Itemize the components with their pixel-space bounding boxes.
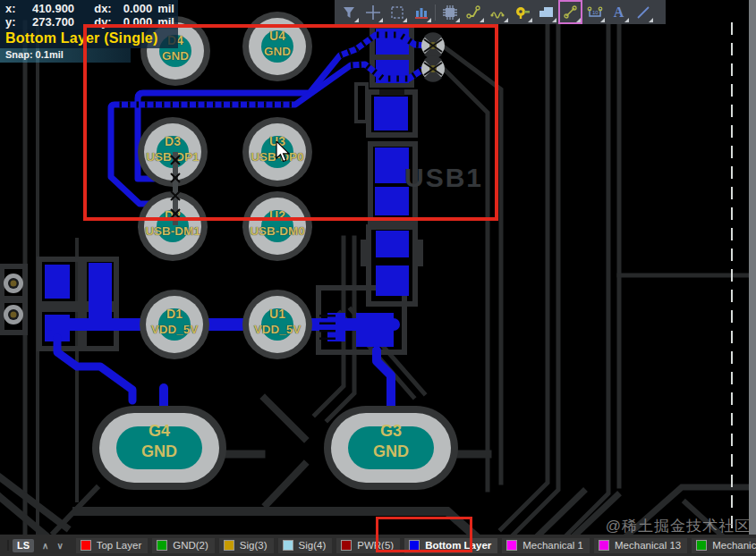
layer-tab-label: PWR(5) bbox=[357, 540, 394, 551]
pad-net: VDD_5V bbox=[151, 323, 199, 336]
selection-box-icon bbox=[390, 5, 404, 20]
pad-G3[interactable]: G3 GND bbox=[331, 413, 451, 483]
hud-dy-label: dy: bbox=[80, 15, 112, 29]
toolbar-separator bbox=[435, 4, 436, 21]
pad-net: USB-DP1 bbox=[146, 150, 199, 164]
layer-tab-bottom-layer[interactable]: Bottom Layer bbox=[404, 538, 497, 553]
pad-U1[interactable]: U1 VDD_5V bbox=[249, 296, 306, 353]
layer-color-swatch bbox=[157, 540, 167, 551]
copper-pour-tool-button[interactable] bbox=[534, 0, 558, 24]
route-icon bbox=[466, 4, 481, 20]
ls-label[interactable]: LS bbox=[13, 539, 34, 552]
layer-color-swatch bbox=[409, 540, 420, 551]
route-tool-button[interactable] bbox=[462, 0, 486, 24]
layer-color-swatch bbox=[283, 540, 293, 551]
hud-x-value: 410.900 bbox=[23, 2, 74, 15]
layer-tab-gnd2[interactable]: GND(2) bbox=[152, 538, 215, 553]
pad-ref: D1 bbox=[166, 307, 183, 321]
layer-tab-label: GND(2) bbox=[173, 540, 208, 551]
layer-tab-sig3[interactable]: Sig(3) bbox=[219, 538, 274, 553]
pad-net: VDD_5V bbox=[254, 323, 302, 336]
mouse-cursor bbox=[276, 141, 295, 164]
layer-color-swatch bbox=[81, 540, 91, 551]
layer-tab-label: Mechanical 1 bbox=[522, 540, 583, 551]
heads-up-display: x: 410.900 dx: 0.000 mil y: 273.700 dy: … bbox=[0, 0, 178, 63]
copper-pour-icon bbox=[539, 5, 554, 19]
pad-ref: U4 bbox=[269, 29, 285, 43]
via-tool-button[interactable] bbox=[510, 0, 534, 24]
pad-net: GND bbox=[373, 442, 409, 461]
layer-tab-mechanical-1[interactable]: Mechanical 1 bbox=[502, 538, 590, 553]
chip-icon bbox=[443, 5, 457, 20]
ls-layer-swatch[interactable] bbox=[7, 540, 9, 551]
layer-tab-mechanical-15[interactable]: Mechanical 15 bbox=[692, 538, 756, 553]
pad-U4[interactable]: U4 GND bbox=[249, 18, 306, 75]
filter-icon bbox=[342, 5, 356, 20]
layer-color-swatch bbox=[506, 540, 517, 551]
svg-text:10: 10 bbox=[592, 10, 599, 15]
length-tuning-tool-button[interactable]: 10 bbox=[582, 0, 607, 24]
hud-dx-unit: mil bbox=[157, 2, 174, 15]
pad-ref: D2 bbox=[165, 208, 181, 223]
layer-tab-label: Sig(4) bbox=[299, 540, 327, 551]
layer-tab-bar: LS ∧ ∨ Top Layer GND(2) Sig(3) Sig(4) PW… bbox=[0, 535, 756, 556]
differential-pair-tool-button[interactable] bbox=[486, 0, 510, 24]
layer-color-swatch bbox=[341, 540, 352, 551]
layer-down-chevron-icon[interactable]: ∨ bbox=[56, 541, 63, 551]
component-tool-button[interactable] bbox=[409, 0, 433, 24]
pad-net: GND bbox=[264, 45, 291, 58]
watermark: @稀土掘金技术社区 bbox=[606, 516, 751, 536]
line-tool-button[interactable] bbox=[631, 0, 655, 24]
chip-tool-button[interactable] bbox=[437, 0, 462, 24]
silkscreen-text: USB1 bbox=[404, 163, 483, 193]
text-icon: A bbox=[614, 4, 624, 21]
differential-pair-icon bbox=[490, 5, 506, 20]
layer-up-chevron-icon[interactable]: ∧ bbox=[42, 541, 48, 551]
crosshair-icon bbox=[365, 4, 381, 21]
hud-dy-value: 0.000 bbox=[114, 15, 153, 29]
pad-D2[interactable]: D2 USB-DM1 bbox=[144, 198, 201, 255]
hud-snap-setting: Snap: 0.1mil bbox=[0, 48, 131, 63]
via-left-1[interactable] bbox=[4, 274, 23, 293]
layer-tab-top-layer[interactable]: Top Layer bbox=[76, 538, 149, 553]
measure-tool-button[interactable] bbox=[558, 0, 582, 24]
hud-y-row: y: 273.700 dy: 0.000 mil bbox=[5, 15, 174, 29]
hud-y-label: y: bbox=[5, 15, 23, 29]
filter-tool-button[interactable] bbox=[336, 0, 361, 24]
pad-ref: D3 bbox=[165, 134, 181, 148]
layer-tab-label: Sig(3) bbox=[240, 540, 268, 551]
measure-icon bbox=[563, 4, 578, 20]
pad-ref: G3 bbox=[380, 422, 402, 441]
via-top-2[interactable] bbox=[421, 55, 445, 81]
layer-tab-label: Mechanical 15 bbox=[712, 540, 756, 551]
pad-net: USB-DM0 bbox=[250, 224, 305, 238]
pad-G4[interactable]: G4 GND bbox=[99, 413, 219, 483]
pcb-editor-window: USB1 D4 GND U4 GND D3 USB-DP1 U3 USB-DP0… bbox=[0, 0, 756, 556]
layer-tab-label: Top Layer bbox=[97, 540, 142, 551]
pad-net: GND bbox=[141, 442, 177, 461]
layer-color-swatch bbox=[224, 540, 234, 551]
hud-dx-label: dx: bbox=[80, 2, 112, 15]
via-left-2[interactable] bbox=[4, 305, 23, 324]
line-icon bbox=[636, 5, 650, 20]
layer-tab-label: Bottom Layer bbox=[425, 540, 491, 551]
cursor-cross-button[interactable] bbox=[361, 0, 385, 24]
layer-color-swatch bbox=[599, 540, 609, 551]
layer-tab-pwr5[interactable]: PWR(5) bbox=[336, 538, 400, 553]
pad-ref: G4 bbox=[149, 422, 170, 441]
via-top-1[interactable] bbox=[421, 32, 445, 58]
pad-D1[interactable]: D1 VDD_5V bbox=[146, 296, 203, 353]
layer-tab-label: Mechanical 13 bbox=[615, 540, 681, 551]
layer-tab-mechanical-13[interactable]: Mechanical 13 bbox=[594, 538, 687, 553]
hud-y-value: 273.700 bbox=[23, 15, 74, 29]
top-toolbar: 10 A bbox=[335, 0, 666, 24]
layer-tab-sig4[interactable]: Sig(4) bbox=[278, 538, 333, 553]
pad-U2[interactable]: U2 USB-DM0 bbox=[249, 198, 306, 255]
hud-x-label: x: bbox=[5, 2, 23, 15]
pad-ref: U2 bbox=[269, 208, 285, 223]
text-tool-button[interactable]: A bbox=[607, 0, 631, 24]
pad-D3[interactable]: D3 USB-DP1 bbox=[144, 123, 201, 181]
layer-color-swatch bbox=[696, 540, 707, 551]
right-edge-strip bbox=[749, 0, 756, 556]
selection-box-button[interactable] bbox=[385, 0, 409, 24]
